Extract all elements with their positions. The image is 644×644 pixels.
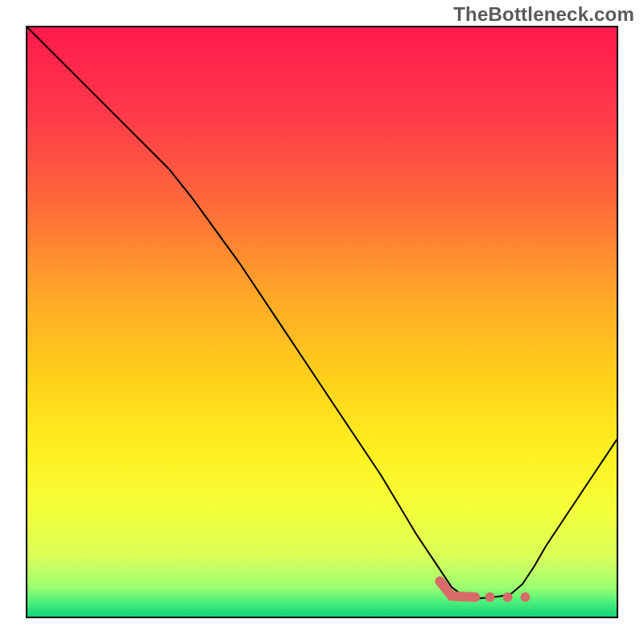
svg-point-3 xyxy=(521,592,530,602)
watermark-text: TheBottleneck.com xyxy=(453,3,634,26)
plot-area xyxy=(26,26,618,618)
svg-point-2 xyxy=(503,592,513,602)
svg-point-1 xyxy=(485,592,495,602)
valley-marker-icon xyxy=(27,27,617,617)
chart-container: TheBottleneck.com xyxy=(0,0,644,644)
